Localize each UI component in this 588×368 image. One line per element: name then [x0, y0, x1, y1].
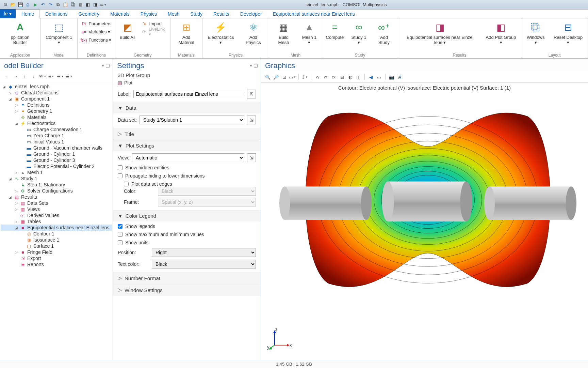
tree-row[interactable]: ▢Surface 1	[1, 243, 112, 249]
section-data[interactable]: ▼Data	[113, 102, 261, 113]
animation-icon[interactable]: ▭	[376, 74, 382, 80]
position-select[interactable]: Right	[152, 248, 256, 257]
xy-view-icon[interactable]: xy	[314, 74, 321, 80]
tree-twisty-icon[interactable]: ▷	[14, 103, 18, 107]
windows-button[interactable]: ⿻Windows ▾	[524, 20, 547, 46]
reset-desktop-button[interactable]: ⊟Reset Desktop ▾	[551, 20, 585, 46]
desktop-icon[interactable]: ▭	[99, 1, 106, 8]
goto-view-icon[interactable]: ⤴	[301, 74, 308, 80]
transparency-icon[interactable]: ◫	[355, 74, 362, 80]
tab-equipotential[interactable]: Equipotential surfaces near Einzel lens	[267, 10, 360, 18]
mb-nav-right-icon[interactable]: →	[12, 73, 19, 80]
tree-row[interactable]: ◢▣Component 1	[1, 96, 112, 102]
build-all-button[interactable]: ◩Build All	[118, 20, 137, 41]
chk-hidden[interactable]: Show hidden entities	[118, 165, 256, 170]
tree-row[interactable]: ▷⊕Global Definitions	[1, 90, 112, 96]
section-color-legend[interactable]: ▼Color Legend	[113, 210, 261, 221]
tree-twisty-icon[interactable]: ▷	[14, 220, 18, 224]
zoom-out-icon[interactable]: 🔎	[273, 74, 279, 80]
study1-button[interactable]: ∞Study 1 ▾	[349, 20, 369, 46]
delete-icon[interactable]: 🗑	[77, 1, 84, 8]
tree-row[interactable]: ▬Ground - Vacuum chamber walls	[1, 145, 112, 151]
tab-study[interactable]: Study	[185, 10, 208, 18]
zx-view-icon[interactable]: zx	[330, 74, 337, 80]
print-icon[interactable]: 🖨	[396, 74, 403, 80]
variables-button[interactable]: a=Variables ▾	[80, 28, 112, 35]
tree-twisty-icon[interactable]: ▷	[14, 208, 18, 211]
livelink-button[interactable]: ⟳LiveLink ▾	[141, 28, 167, 35]
parameters-button[interactable]: PiParameters	[80, 20, 112, 27]
chk-units[interactable]: Show units	[118, 240, 256, 245]
section-plot-settings[interactable]: ▼Plot Settings	[113, 140, 261, 151]
tool2-icon[interactable]: ◨	[92, 1, 99, 8]
image-snapshot-icon[interactable]: ◀	[368, 74, 374, 80]
tree-row[interactable]: ▬Electric Potential - Cylinder 2	[1, 163, 112, 169]
tree-twisty-icon[interactable]: ◢	[2, 85, 6, 89]
tree-row[interactable]: ▷▤Data Sets	[1, 200, 112, 206]
tab-mesh[interactable]: Mesh	[162, 10, 185, 18]
grid-icon[interactable]: ⊞	[339, 74, 345, 80]
scene-light-icon[interactable]: ◐	[347, 74, 354, 80]
new-icon[interactable]: 🗎	[2, 1, 9, 8]
dataset-select[interactable]: Study 1/Solution 1	[140, 116, 244, 124]
tree-row[interactable]: ▷▦Tables	[1, 218, 112, 225]
tree-row[interactable]: ▭Zero Charge 1	[1, 133, 112, 139]
tree-row[interactable]: ≣Reports	[1, 261, 112, 267]
import-button[interactable]: ⇲Import	[141, 20, 167, 27]
graphics-canvas[interactable]: Contour: Electric potential (V) Isosurfa…	[261, 83, 588, 360]
app-builder-button[interactable]: Application Builder	[3, 20, 37, 46]
tree-row[interactable]: ◢◆einzel_lens.mph	[1, 83, 112, 90]
add-plotgroup-button[interactable]: ◧Add Plot Group ▾	[484, 20, 519, 46]
section-title[interactable]: ▷Title	[113, 128, 261, 140]
panel-menu-icon[interactable]: ▾ ▢	[102, 63, 113, 68]
settings-menu-icon[interactable]: ▾ ▢	[250, 63, 261, 68]
mb-collapse-icon[interactable]: ≡	[48, 73, 54, 80]
section-window-settings[interactable]: ▷Window Settings	[113, 284, 261, 296]
tab-results[interactable]: Results	[208, 10, 235, 18]
label-input[interactable]	[133, 90, 244, 98]
add-physics-button[interactable]: ⚛Add Physics	[240, 20, 266, 46]
mb-up-icon[interactable]: ↑	[21, 73, 28, 80]
functions-button[interactable]: f(x)Functions ▾	[80, 36, 112, 44]
tree-row[interactable]: ▷▲Mesh 1	[1, 169, 112, 175]
tree-twisty-icon[interactable]: ▷	[14, 109, 18, 113]
tree-row[interactable]: ◢∿Study 1	[1, 175, 112, 182]
tree-twisty-icon[interactable]: ▷	[14, 189, 18, 193]
tab-developer[interactable]: Developer	[235, 10, 267, 18]
tab-geometry[interactable]: Geometry	[73, 10, 105, 18]
tree-row[interactable]: e⁻Derived Values	[1, 212, 112, 218]
mb-expand-icon[interactable]: ≣	[56, 73, 63, 80]
duplicate-icon[interactable]: ⿻	[69, 1, 76, 8]
zoom-extents-icon[interactable]: ⊡	[281, 74, 288, 80]
tab-home[interactable]: Home	[16, 10, 40, 18]
build-mesh-button[interactable]: ▦Build Mesh	[272, 20, 295, 46]
yz-view-icon[interactable]: yz	[322, 74, 329, 80]
file-tab[interactable]: le ▾	[0, 9, 16, 18]
chk-propagate[interactable]: Propagate hiding to lower dimensions	[118, 173, 256, 179]
tree-twisty-icon[interactable]: ◢	[14, 226, 18, 230]
tree-row[interactable]: ↳Step 1: Stationary	[1, 182, 112, 188]
copy-icon[interactable]: ⧉	[54, 1, 61, 8]
plot-button[interactable]: ▧Plot	[113, 79, 261, 88]
zoom-box-icon[interactable]: ▭	[289, 74, 296, 80]
tree-twisty-icon[interactable]: ◢	[8, 177, 12, 181]
save-icon[interactable]: 💾	[17, 1, 24, 8]
tree-row[interactable]: ▭Charge Conservation 1	[1, 126, 112, 133]
open-icon[interactable]: 📂	[10, 1, 16, 8]
tab-definitions[interactable]: Definitions	[40, 10, 73, 18]
tool1-icon[interactable]: ◧	[84, 1, 91, 8]
tree-row[interactable]: ▬Ground - Cylinder 3	[1, 157, 112, 163]
tab-materials[interactable]: Materials	[105, 10, 135, 18]
tree-row[interactable]: ⇲Export	[1, 255, 112, 261]
tree-row[interactable]: ▷■Fringe Field	[1, 249, 112, 255]
tree-row[interactable]: ◢▧Results	[1, 194, 112, 200]
tree-twisty-icon[interactable]: ▷	[8, 91, 12, 95]
camera-icon[interactable]: 📷	[388, 74, 395, 80]
mb-nav-left-icon[interactable]: ←	[3, 73, 10, 80]
add-study-button[interactable]: ∞⁺Add Study	[373, 20, 395, 46]
tree-row[interactable]: ▷≡Definitions	[1, 102, 112, 108]
tree-twisty-icon[interactable]: ◢	[8, 195, 12, 199]
tree-row[interactable]: ◍Isosurface 1	[1, 237, 112, 243]
tree-row[interactable]: ◢■Equipotential surfaces near Einzel len…	[1, 225, 112, 231]
tree-twisty-icon[interactable]: ▷	[14, 201, 18, 205]
